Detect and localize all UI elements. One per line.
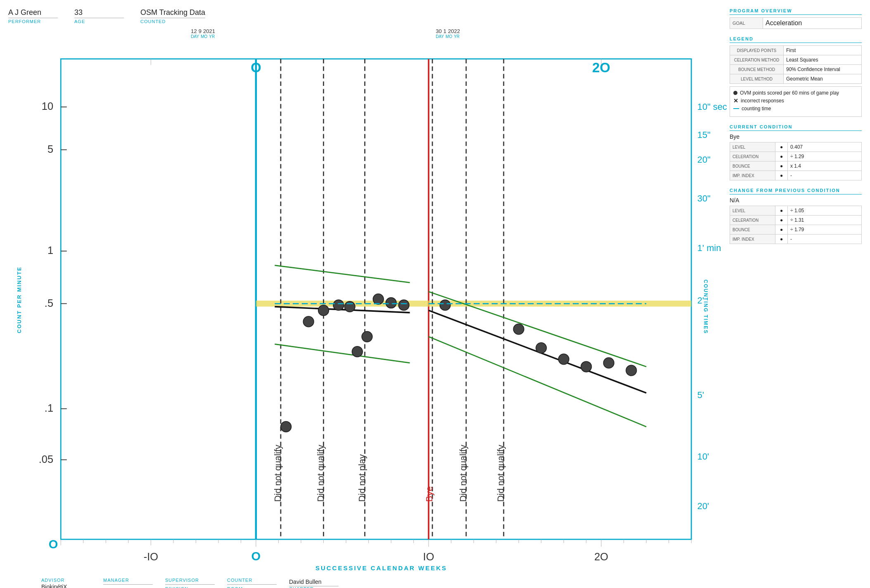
cc-key-1: CELERATION: [730, 152, 775, 161]
cc-dot-3: ●: [775, 171, 788, 180]
legend-row-0: DISPLAYED POINTS First: [730, 46, 862, 55]
cc-row-1: CELERATION ● ÷ 1.29: [730, 152, 862, 161]
svg-point-87: [333, 300, 344, 310]
svg-point-92: [386, 298, 396, 308]
counting-times-label: COUNTING TIMES: [703, 280, 709, 334]
cc-key-0: LEVEL: [730, 142, 775, 152]
dot-icon: [733, 91, 737, 95]
svg-point-84: [281, 422, 291, 432]
footer: ADVISOR BiokinétiX ORGANIZATION MANAGER …: [41, 578, 721, 588]
svg-point-85: [303, 316, 313, 327]
ch-val-1: ÷ 1.31: [788, 216, 862, 225]
svg-text:15": 15": [697, 130, 711, 140]
age-item: 33 AGE: [74, 8, 124, 24]
header: A J Green PERFORMER 33 AGE OSM Tracking …: [8, 8, 721, 24]
x-axis-group: -IO O IO 2O: [144, 550, 608, 563]
svg-point-97: [559, 354, 569, 364]
goal-row: GOAL Acceleration: [730, 18, 862, 29]
legend-val-2: 90% Confidence Interval: [784, 65, 862, 74]
svg-text:O: O: [251, 550, 261, 563]
legend-dash-item: counting time: [733, 106, 858, 111]
change-title: CHANGE FROM PREVIOUS CONDITION: [730, 188, 862, 194]
date2-yr: 2022: [448, 28, 460, 34]
ch-key-3: IMP. INDEX: [730, 235, 775, 244]
cc-row-2: BOUNCE ● x 1.4: [730, 161, 862, 171]
charter-value: David Bullen: [289, 579, 339, 586]
ch-val-2: ÷ 1.79: [788, 225, 862, 235]
date2: 30 1 2022 DAY MO YR: [436, 28, 460, 39]
x-axis-label: SUCCESSIVE CALENDAR WEEKS: [41, 564, 721, 571]
cc-key-2: BOUNCE: [730, 161, 775, 171]
counter-value: [227, 583, 277, 585]
main-layout: A J Green PERFORMER 33 AGE OSM Tracking …: [0, 0, 870, 588]
change-name: N/A: [730, 197, 862, 204]
supervisor-item: SUPERVISOR DIVISION: [165, 578, 215, 588]
ch-row-1: CELERATION ● ÷ 1.31: [730, 216, 862, 225]
date2-day: 30: [436, 28, 441, 34]
cc-val-3: -: [788, 171, 862, 180]
advisor-value: BiokinétiX: [41, 583, 91, 588]
goal-label: GOAL: [730, 18, 763, 29]
legend-cross-item: ✕ incorrect responses: [733, 97, 858, 104]
date1-day-label: DAY: [191, 34, 199, 39]
svg-text:10: 10: [42, 100, 53, 112]
current-condition-title: CURRENT CONDITION: [730, 124, 862, 131]
right-section: PROGRAM OVERVIEW GOAL Acceleration LEGEN…: [730, 8, 862, 580]
svg-text:Did not qualify: Did not qualify: [458, 445, 468, 502]
advisor-label: ADVISOR: [41, 578, 91, 583]
ch-dot-2: ●: [775, 225, 788, 235]
cc-val-0: 0.407: [788, 142, 862, 152]
svg-point-89: [352, 346, 363, 357]
svg-text:1: 1: [47, 244, 53, 256]
ch-dot-0: ●: [775, 206, 788, 216]
manager-item: MANAGER: [103, 578, 153, 585]
current-condition-table: LEVEL ● 0.407 CELERATION ● ÷ 1.29 BOUNCE…: [730, 142, 862, 180]
legend-table: DISPLAYED POINTS First CELERATION METHOD…: [730, 45, 862, 84]
manager-label: MANAGER: [103, 578, 153, 583]
svg-text:.1: .1: [45, 402, 53, 414]
date1-mo-label: MO: [201, 34, 207, 39]
svg-text:5: 5: [47, 143, 53, 155]
svg-text:2O: 2O: [594, 551, 608, 562]
legend-key-3: LEVEL METHOD: [730, 74, 784, 84]
legend: LEGEND DISPLAYED POINTS First CELERATION…: [730, 36, 862, 117]
program-overview: PROGRAM OVERVIEW GOAL Acceleration: [730, 8, 862, 29]
svg-point-94: [440, 300, 450, 310]
date2-day-label: DAY: [436, 34, 444, 39]
legend-val-3: Geometric Mean: [784, 74, 862, 84]
legend-row-1: CELERATION METHOD Least Squares: [730, 55, 862, 65]
legend-dot-text: OVM points scored per 60 mins of game pl…: [740, 90, 839, 96]
age-label: AGE: [74, 19, 124, 24]
svg-text:10': 10': [697, 451, 709, 462]
date-labels: 12 9 2021 DAY MO YR 30 1 2022: [41, 28, 721, 51]
svg-text:IO: IO: [423, 551, 434, 562]
change-table: LEVEL ● ÷ 1.05 CELERATION ● ÷ 1.31 BOUNC…: [730, 206, 862, 244]
performer-label: PERFORMER: [8, 19, 58, 24]
svg-point-86: [318, 305, 329, 315]
legend-dot-item: OVM points scored per 60 mins of game pl…: [733, 90, 858, 96]
counter-item: COUNTER ROOM: [227, 578, 277, 588]
cc-dot-0: ●: [775, 142, 788, 152]
current-condition: CURRENT CONDITION Bye LEVEL ● 0.407 CELE…: [730, 124, 862, 180]
svg-text:Did not qualify: Did not qualify: [495, 445, 506, 502]
dash-icon: [733, 108, 739, 109]
legend-val-1: Least Squares: [784, 55, 862, 65]
goal-value: Acceleration: [763, 18, 862, 29]
ch-row-2: BOUNCE ● ÷ 1.79: [730, 225, 862, 235]
ch-key-1: CELERATION: [730, 216, 775, 225]
svg-line-78: [275, 266, 410, 283]
svg-text:Did not qualify: Did not qualify: [273, 445, 283, 502]
ch-row-3: IMP. INDEX ● -: [730, 235, 862, 244]
svg-line-79: [275, 344, 410, 363]
svg-point-93: [398, 300, 409, 310]
svg-point-91: [373, 294, 383, 304]
date1: 12 9 2021 DAY MO YR: [191, 28, 215, 39]
legend-key-2: BOUNCE METHOD: [730, 65, 784, 74]
date1-yr-label: YR: [209, 34, 215, 39]
svg-point-90: [362, 332, 372, 342]
charter-label: CHARTER: [289, 586, 339, 588]
left-section: A J Green PERFORMER 33 AGE OSM Tracking …: [8, 8, 721, 580]
svg-text:1' min: 1' min: [697, 243, 721, 253]
performer-value: A J Green: [8, 8, 58, 18]
date2-yr-label: YR: [454, 34, 460, 39]
